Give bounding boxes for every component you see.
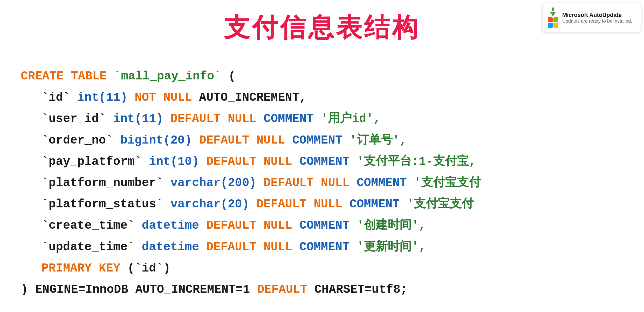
code-line-5: `pay_platform` int(10) DEFAULT NULL COMM… xyxy=(21,152,644,172)
field-pay-platform: `pay_platform` xyxy=(42,155,142,168)
keyword-default: DEFAULT xyxy=(170,112,221,126)
code-line-2: `id` int(11) NOT NULL AUTO_INCREMENT, xyxy=(21,87,644,108)
notification-subtitle: Updates are ready to be installed. xyxy=(562,18,632,24)
comment-val-8: '创建时间', xyxy=(357,219,426,232)
keyword-default-7: DEFAULT xyxy=(256,198,306,211)
type-int-11: int(11) xyxy=(113,112,163,126)
code-line-7: `platform_status` varchar(20) DEFAULT NU… xyxy=(21,194,644,214)
code-line-11: ) ENGINE=InnoDB AUTO_INCREMENT=1 DEFAULT… xyxy=(21,280,644,300)
keyword-null: NULL xyxy=(163,91,192,104)
keyword-not: NOT xyxy=(135,91,156,104)
field-order-no: `order_no` xyxy=(42,134,113,147)
field-platform-status: `platform_status` xyxy=(42,198,163,211)
code-line-6: `platform_number` varchar(200) DEFAULT N… xyxy=(21,173,644,193)
code-line-3: `user_id` int(11) DEFAULT NULL COMMENT '… xyxy=(21,109,644,129)
type-int: int(11) xyxy=(77,91,127,104)
keyword-null-9: NULL xyxy=(264,240,292,254)
code-line-4: `order_no` bigint(20) DEFAULT NULL COMME… xyxy=(21,130,644,151)
code-line-10: PRIMARY KEY (`id`) xyxy=(21,258,644,279)
keyword-null-8: NULL xyxy=(264,219,292,232)
code-line-1: CREATE TABLE `mall_pay_info` ( xyxy=(21,66,644,86)
keyword-null-4: NULL xyxy=(256,134,285,147)
microsoft-logo xyxy=(548,17,558,28)
type-int-10: int(10) xyxy=(149,155,199,168)
field-id: `id` xyxy=(42,91,70,104)
notification-panel: Microsoft AutoUpdate Updates are ready t… xyxy=(542,3,641,32)
keyword-comment-6: COMMENT xyxy=(357,176,407,190)
notification-text: Microsoft AutoUpdate Updates are ready t… xyxy=(562,12,632,24)
auto-increment: AUTO_INCREMENT, xyxy=(199,91,306,104)
autoupdate-icon xyxy=(548,8,558,28)
keyword-comment-7: COMMENT xyxy=(350,198,400,211)
comment-val-9: '更新时间', xyxy=(357,240,426,254)
type-bigint: bigint(20) xyxy=(120,134,192,147)
keyword-default-5: DEFAULT xyxy=(206,155,256,168)
notification-title: Microsoft AutoUpdate xyxy=(562,12,632,18)
comment-val-4: '订单号', xyxy=(350,134,407,147)
comment-val-5: '支付平台:1-支付宝, xyxy=(357,155,476,168)
keyword-table: TABLE xyxy=(71,70,107,83)
field-platform-number: `platform_number` xyxy=(42,176,163,190)
code-block: CREATE TABLE `mall_pay_info` ( `id` int(… xyxy=(0,61,644,300)
type-datetime-9: datetime xyxy=(142,240,199,254)
field-update-time: `update_time` xyxy=(42,240,135,254)
auto-inc-1: AUTO_INCREMENT=1 xyxy=(135,283,250,296)
table-name: `mall_pay_info` xyxy=(114,70,221,83)
comment-val-3: '用户id', xyxy=(321,112,381,126)
comment-val-7: '支付宝支付 xyxy=(407,198,474,211)
primary-key-id: (`id`) xyxy=(127,262,170,275)
keyword-primary-key: PRIMARY KEY xyxy=(42,262,120,275)
comment-val-6: '支付宝支付 xyxy=(414,176,481,190)
keyword-default-11: DEFAULT xyxy=(257,283,307,296)
keyword-comment-5: COMMENT xyxy=(299,155,350,168)
keyword-default-6: DEFAULT xyxy=(264,176,314,190)
type-varchar-200: varchar(200) xyxy=(170,176,256,190)
type-datetime-8: datetime xyxy=(142,219,199,232)
field-user-id: `user_id` xyxy=(42,112,106,126)
keyword-default-9: DEFAULT xyxy=(206,240,256,254)
open-paren: ( xyxy=(229,70,236,83)
type-varchar-20: varchar(20) xyxy=(170,198,249,211)
code-line-8: `create_time` datetime DEFAULT NULL COMM… xyxy=(21,215,644,236)
keyword-default-8: DEFAULT xyxy=(206,219,256,232)
keyword-null-5: NULL xyxy=(264,155,292,168)
field-create-time: `create_time` xyxy=(42,219,135,232)
keyword-create: CREATE xyxy=(21,70,64,83)
keyword-comment-8: COMMENT xyxy=(299,219,350,232)
keyword-default-4: DEFAULT xyxy=(199,134,249,147)
keyword-null-7: NULL xyxy=(314,198,342,211)
charset: CHARSET=utf8; xyxy=(314,283,408,296)
keyword-null-6: NULL xyxy=(321,176,350,190)
close-paren: ) xyxy=(21,283,28,296)
code-line-9: `update_time` datetime DEFAULT NULL COMM… xyxy=(21,237,644,257)
engine: ENGINE=InnoDB xyxy=(35,283,128,296)
keyword-null-3: NULL xyxy=(228,112,256,126)
keyword-comment-3: COMMENT xyxy=(264,112,314,126)
keyword-comment-9: COMMENT xyxy=(299,240,350,254)
keyword-comment-4: COMMENT xyxy=(292,134,342,147)
